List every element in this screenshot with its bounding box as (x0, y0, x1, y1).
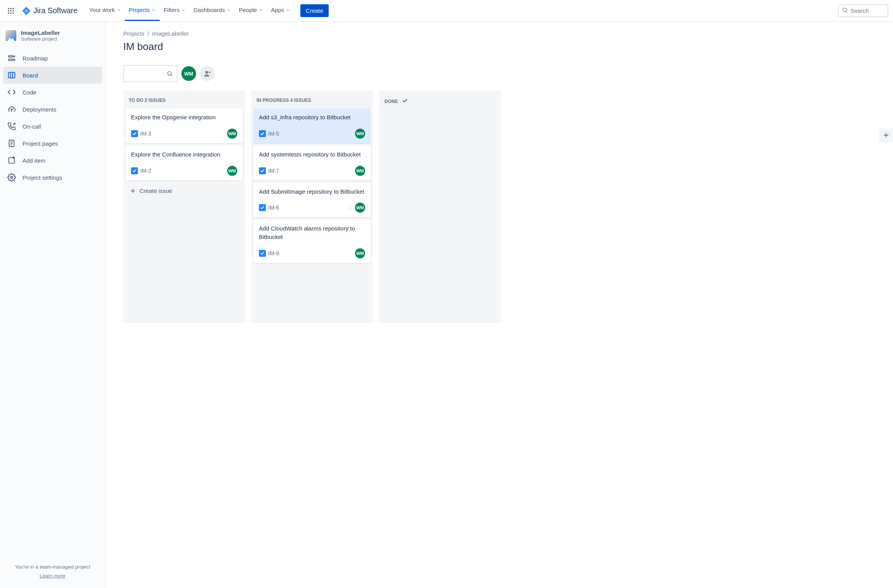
chevron-down-icon (286, 8, 290, 12)
nav-item-projects[interactable]: Projects (125, 0, 160, 21)
assignee-avatar[interactable]: WM (227, 129, 237, 139)
board-search-input[interactable] (123, 65, 178, 82)
global-search[interactable] (838, 4, 888, 17)
nav-item-people[interactable]: People (235, 0, 267, 21)
task-type-icon (259, 130, 266, 137)
assignee-avatar[interactable]: WM (355, 166, 365, 176)
column-to-do: TO DO 2 ISSUESExplore the Opsgenie integ… (123, 91, 245, 323)
app-switcher-icon[interactable] (5, 5, 17, 17)
chevron-down-icon (151, 8, 156, 12)
task-type-icon (131, 167, 138, 174)
jira-logo-text: Jira Software (33, 6, 78, 15)
column-in-progress: IN PROGRESS 4 ISSUESAdd s3_infra reposit… (251, 91, 373, 323)
global-search-input[interactable] (850, 7, 884, 14)
sidebar-item-label: Deployments (22, 106, 57, 113)
svg-point-8 (12, 12, 14, 14)
sidebar-item-label: Board (22, 72, 38, 79)
issue-key: IM-6 (268, 205, 279, 211)
issue-key: IM-9 (268, 250, 279, 256)
issue-key: IM-5 (268, 131, 279, 137)
issue-key: IM-3 (140, 131, 151, 137)
svg-point-9 (843, 8, 846, 12)
issue-card[interactable]: Explore the Opsgenie integrationIM-3WM (126, 108, 243, 143)
jira-logo[interactable]: Jira Software (19, 6, 81, 15)
issue-title: Explore the Opsgenie integration (131, 113, 237, 122)
breadcrumb-item[interactable]: ImageLabeller (152, 30, 189, 37)
search-icon (842, 7, 848, 14)
sidebar-item-project-settings[interactable]: Project settings (3, 169, 102, 186)
issue-card[interactable]: Add systemtests repository to BitbucketI… (253, 146, 371, 181)
issue-card[interactable]: Add s3_infra repository to BitbucketIM-5… (253, 108, 371, 143)
page-icon (7, 139, 16, 148)
sidebar-item-label: Project settings (22, 174, 62, 181)
assignee-avatar[interactable]: WM (227, 166, 237, 176)
sidebar-item-code[interactable]: Code (3, 84, 102, 101)
footer-note: You're in a team-managed project (8, 564, 97, 570)
phone-icon (7, 122, 16, 131)
issue-card[interactable]: Explore the Confluence integrationIM-2WM (126, 146, 243, 181)
sidebar: ImageLabeller Software project RoadmapBo… (0, 22, 105, 588)
svg-rect-12 (9, 59, 15, 61)
svg-point-2 (12, 8, 14, 9)
column-header[interactable]: TO DO 2 ISSUES (126, 93, 243, 108)
create-issue-button[interactable]: Create issue (126, 183, 243, 199)
assignee-avatar[interactable]: WM (355, 203, 365, 213)
learn-more-link[interactable]: Learn more (40, 573, 65, 579)
svg-point-19 (14, 123, 15, 124)
task-type-icon (259, 204, 266, 211)
top-nav: Jira Software Your workProjectsFiltersDa… (0, 0, 893, 22)
board-toolbar: WM (123, 65, 875, 82)
svg-point-6 (8, 12, 9, 14)
nav-item-filters[interactable]: Filters (160, 0, 190, 21)
breadcrumb: Projects / ImageLabeller (123, 30, 875, 37)
task-type-icon (131, 130, 138, 137)
issue-title: Add CloudWatch alarms repository to Bitb… (259, 224, 365, 241)
sidebar-item-board[interactable]: Board (3, 67, 102, 84)
column-header[interactable]: DONE (381, 93, 498, 110)
main-content: Projects / ImageLabeller IM board WM TO … (105, 22, 893, 588)
sidebar-item-label: Roadmap (22, 55, 48, 62)
check-icon (402, 98, 408, 105)
issue-title: Explore the Confluence integration (131, 150, 237, 159)
svg-point-13 (14, 56, 15, 57)
column-header[interactable]: IN PROGRESS 4 ISSUES (253, 93, 371, 108)
svg-line-10 (846, 11, 847, 12)
issue-title: Add s3_infra repository to Bitbucket (259, 113, 365, 122)
nav-item-dashboards[interactable]: Dashboards (190, 0, 235, 21)
sidebar-item-project-pages[interactable]: Project pages (3, 135, 102, 152)
add-column-button[interactable] (879, 128, 893, 142)
assignee-filter-avatar[interactable]: WM (181, 66, 196, 81)
issue-card[interactable]: Add SubmitImage repository to BitbucketI… (253, 183, 371, 218)
nav-item-your-work[interactable]: Your work (85, 0, 125, 21)
project-header[interactable]: ImageLabeller Software project (0, 22, 105, 48)
chevron-down-icon (181, 8, 186, 12)
breadcrumb-item[interactable]: Projects (123, 30, 144, 37)
assignee-avatar[interactable]: WM (355, 248, 365, 258)
svg-point-30 (205, 71, 208, 74)
sidebar-item-roadmap[interactable]: Roadmap (3, 50, 102, 67)
svg-rect-14 (9, 72, 15, 78)
sidebar-item-add-item[interactable]: Add item (3, 152, 102, 169)
svg-point-0 (8, 8, 9, 9)
svg-point-5 (12, 10, 14, 11)
project-name: ImageLabeller (21, 29, 60, 36)
sidebar-item-deployments[interactable]: Deployments (3, 101, 102, 118)
issue-card[interactable]: Add CloudWatch alarms repository to Bitb… (253, 220, 371, 263)
svg-point-3 (8, 10, 9, 11)
column-done: DONE (379, 91, 501, 323)
nav-items: Your workProjectsFiltersDashboardsPeople… (85, 0, 294, 21)
create-button[interactable]: Create (300, 4, 329, 17)
nav-item-apps[interactable]: Apps (267, 0, 294, 21)
project-type: Software project (21, 36, 60, 42)
assignee-avatar[interactable]: WM (355, 129, 365, 139)
project-avatar (5, 30, 16, 41)
sidebar-item-on-call[interactable]: On-call (3, 118, 102, 135)
chevron-down-icon (226, 8, 231, 12)
page-title: IM board (123, 41, 875, 53)
chevron-down-icon (259, 8, 263, 12)
svg-point-28 (168, 72, 171, 75)
sidebar-item-label: Add item (22, 157, 45, 164)
svg-point-18 (14, 124, 14, 125)
add-people-button[interactable] (200, 66, 215, 81)
sidebar-footer: You're in a team-managed project Learn m… (0, 558, 105, 588)
